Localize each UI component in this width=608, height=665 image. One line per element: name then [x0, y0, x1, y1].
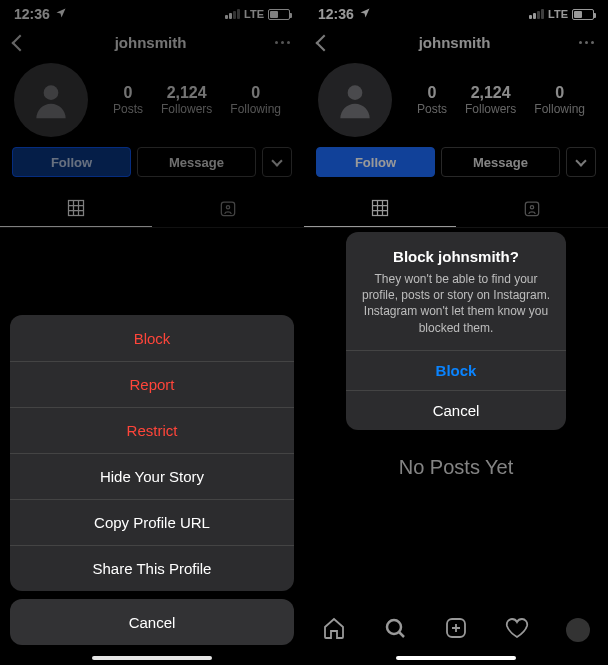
status-bar: 12:36 LTE — [304, 0, 608, 24]
alert-cancel-button[interactable]: Cancel — [346, 390, 566, 430]
sheet-item-hide-story[interactable]: Hide Your Story — [10, 453, 294, 499]
grid-icon — [370, 198, 390, 218]
home-indicator[interactable] — [92, 656, 212, 660]
suggestions-button[interactable] — [566, 147, 596, 177]
activity-icon[interactable] — [505, 616, 529, 644]
action-buttons: Follow Message — [304, 147, 608, 189]
avatar[interactable] — [318, 63, 392, 137]
profile-tabs — [304, 189, 608, 228]
new-post-icon[interactable] — [444, 616, 468, 644]
location-icon — [359, 6, 371, 22]
stat-posts[interactable]: 0 Posts — [417, 84, 447, 116]
sheet-item-share[interactable]: Share This Profile — [10, 545, 294, 591]
sheet-item-block[interactable]: Block — [10, 315, 294, 361]
stat-followers[interactable]: 2,124 Followers — [465, 84, 516, 116]
sheet-item-report[interactable]: Report — [10, 361, 294, 407]
follow-button[interactable]: Follow — [316, 147, 435, 177]
empty-state-text: No Posts Yet — [304, 456, 608, 479]
network-label: LTE — [548, 8, 568, 20]
profile-tab-icon[interactable] — [566, 618, 590, 642]
alert-title: Block johnsmith? — [360, 248, 552, 265]
sheet-item-restrict[interactable]: Restrict — [10, 407, 294, 453]
screen-action-sheet: 12:36 LTE johnsmith 0 P — [0, 0, 304, 665]
clock: 12:36 — [318, 6, 354, 22]
block-confirm-alert: Block johnsmith? They won't be able to f… — [346, 232, 566, 430]
overflow-icon[interactable] — [579, 41, 594, 44]
svg-point-8 — [387, 620, 401, 634]
sheet-cancel-button[interactable]: Cancel — [10, 599, 294, 645]
screen-block-confirm: 12:36 LTE johnsmith 0 P — [304, 0, 608, 665]
alert-confirm-button[interactable]: Block — [346, 350, 566, 390]
profile-header: 0 Posts 2,124 Followers 0 Following — [304, 55, 608, 147]
tab-tagged[interactable] — [456, 189, 608, 227]
back-icon[interactable] — [316, 34, 333, 51]
stat-following[interactable]: 0 Following — [534, 84, 585, 116]
chevron-down-icon — [575, 155, 586, 166]
action-sheet-group: Block Report Restrict Hide Your Story Co… — [10, 315, 294, 591]
action-sheet: Block Report Restrict Hide Your Story Co… — [10, 315, 294, 645]
home-icon[interactable] — [322, 616, 346, 644]
tagged-icon — [522, 198, 542, 218]
sheet-item-copy-url[interactable]: Copy Profile URL — [10, 499, 294, 545]
battery-icon — [572, 9, 594, 20]
svg-rect-5 — [373, 201, 388, 216]
nav-header: johnsmith — [304, 24, 608, 55]
home-indicator[interactable] — [396, 656, 516, 660]
page-title: johnsmith — [419, 34, 491, 51]
message-button[interactable]: Message — [441, 147, 560, 177]
alert-body-text: They won't be able to find your profile,… — [360, 271, 552, 336]
svg-point-4 — [348, 85, 363, 100]
search-icon[interactable] — [383, 616, 407, 644]
tab-grid[interactable] — [304, 189, 456, 227]
svg-point-7 — [530, 206, 533, 209]
signal-icon — [529, 9, 544, 19]
